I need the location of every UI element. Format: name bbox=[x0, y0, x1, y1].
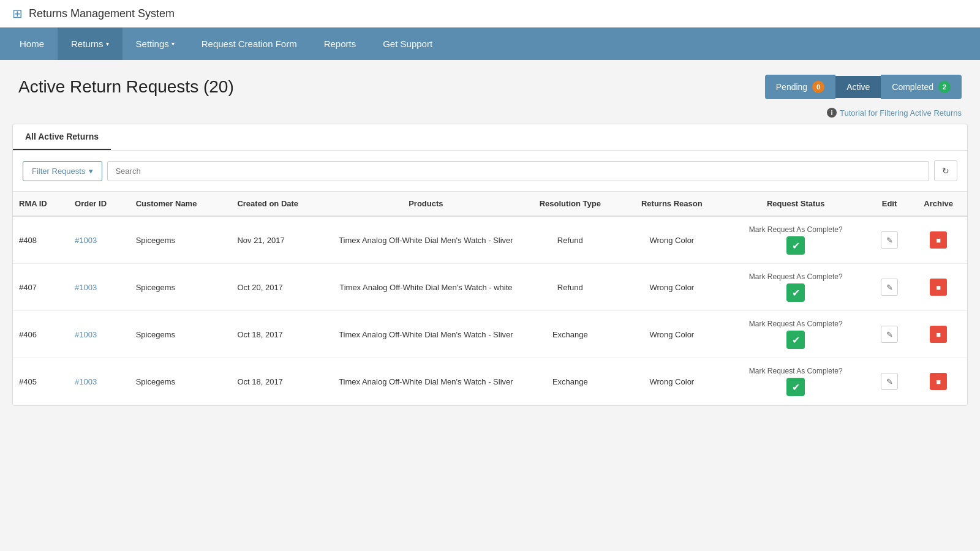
nav-label-returns: Returns bbox=[71, 39, 104, 49]
returns-dropdown-arrow: ▾ bbox=[106, 40, 109, 47]
nav-label-home: Home bbox=[20, 39, 44, 49]
main-nav: Home Returns ▾ Settings ▾ Request Creati… bbox=[0, 28, 980, 60]
order-link[interactable]: #1003 bbox=[75, 377, 97, 386]
edit-button[interactable]: ✎ bbox=[881, 373, 898, 390]
cell-archive: ■ bbox=[910, 264, 967, 311]
cell-request-status: Mark Request As Complete? ✔ bbox=[723, 311, 869, 358]
completed-badge: 2 bbox=[938, 81, 951, 93]
archive-button[interactable]: ■ bbox=[930, 279, 947, 296]
cell-customer-name: Spicegems bbox=[130, 216, 232, 264]
nav-label-get-support: Get Support bbox=[383, 39, 432, 49]
col-request-status: Request Status bbox=[723, 192, 869, 217]
cell-rma-id: #405 bbox=[13, 358, 69, 405]
archive-button[interactable]: ■ bbox=[930, 231, 947, 249]
tutorial-text[interactable]: Tutorial for Filtering Active Returns bbox=[840, 108, 962, 118]
edit-button[interactable]: ✎ bbox=[881, 326, 898, 343]
col-created-date: Created on Date bbox=[231, 192, 333, 217]
page-title: Active Return Requests (20) bbox=[18, 77, 234, 97]
status-text: Mark Request As Complete? bbox=[729, 367, 863, 375]
cell-customer-name: Spicegems bbox=[130, 264, 232, 311]
mark-complete-button[interactable]: ✔ bbox=[786, 236, 805, 255]
refresh-button[interactable]: ↻ bbox=[934, 160, 957, 181]
mark-complete-button[interactable]: ✔ bbox=[786, 283, 805, 302]
active-button[interactable]: Active bbox=[835, 76, 881, 98]
cell-resolution-type: Exchange bbox=[519, 311, 621, 358]
col-order-id: Order ID bbox=[69, 192, 130, 217]
cell-returns-reason: Wrong Color bbox=[621, 311, 723, 358]
archive-button[interactable]: ■ bbox=[930, 373, 947, 390]
status-text: Mark Request As Complete? bbox=[729, 272, 863, 281]
table-row: #405 #1003 Spicegems Oct 18, 2017 Timex … bbox=[13, 358, 967, 405]
filter-row: Filter Requests ▾ ↻ bbox=[13, 151, 967, 191]
main-content: All Active Returns Filter Requests ▾ ↻ R… bbox=[12, 124, 968, 406]
edit-button[interactable]: ✎ bbox=[881, 279, 898, 296]
nav-item-returns[interactable]: Returns ▾ bbox=[58, 28, 123, 60]
filter-dropdown-arrow: ▾ bbox=[89, 167, 93, 176]
header-buttons: Pending 0 Active Completed 2 bbox=[765, 75, 962, 99]
search-input[interactable] bbox=[107, 161, 929, 181]
cell-edit: ✎ bbox=[869, 264, 910, 311]
status-text: Mark Request As Complete? bbox=[729, 320, 863, 328]
order-link[interactable]: #1003 bbox=[75, 283, 97, 292]
mark-complete-button[interactable]: ✔ bbox=[786, 378, 805, 396]
tab-all-active-returns[interactable]: All Active Returns bbox=[13, 124, 111, 150]
cell-resolution-type: Exchange bbox=[519, 358, 621, 405]
col-edit: Edit bbox=[869, 192, 910, 217]
cell-returns-reason: Wrong Color bbox=[621, 216, 723, 264]
app-title: Returns Management System bbox=[29, 7, 175, 20]
completed-label: Completed bbox=[892, 82, 933, 92]
active-label: Active bbox=[846, 82, 870, 92]
col-returns-reason: Returns Reason bbox=[621, 192, 723, 217]
cell-rma-id: #408 bbox=[13, 216, 69, 264]
returns-table: RMA ID Order ID Customer Name Created on… bbox=[13, 191, 967, 405]
nav-label-request-creation-form: Request Creation Form bbox=[202, 39, 297, 49]
cell-product: Timex Analog Off-White Dial Men's Watch … bbox=[333, 264, 519, 311]
order-link[interactable]: #1003 bbox=[75, 236, 97, 245]
cell-returns-reason: Wrong Color bbox=[621, 358, 723, 405]
table-row: #407 #1003 Spicegems Oct 20, 2017 Timex … bbox=[13, 264, 967, 311]
nav-label-settings: Settings bbox=[136, 39, 169, 49]
filter-button[interactable]: Filter Requests ▾ bbox=[23, 161, 102, 181]
cell-edit: ✎ bbox=[869, 216, 910, 264]
cell-edit: ✎ bbox=[869, 311, 910, 358]
tab-row: All Active Returns bbox=[13, 124, 967, 151]
mark-complete-button[interactable]: ✔ bbox=[786, 331, 805, 349]
tab-label: All Active Returns bbox=[25, 132, 99, 141]
completed-button[interactable]: Completed 2 bbox=[881, 75, 962, 99]
pending-button[interactable]: Pending 0 bbox=[765, 75, 835, 99]
col-customer-name: Customer Name bbox=[130, 192, 232, 217]
edit-button[interactable]: ✎ bbox=[881, 231, 898, 249]
nav-item-reports[interactable]: Reports bbox=[311, 28, 370, 60]
settings-dropdown-arrow: ▾ bbox=[172, 40, 175, 47]
pending-badge: 0 bbox=[812, 81, 824, 93]
top-bar: ⊞ Returns Management System bbox=[0, 0, 980, 28]
cell-customer-name: Spicegems bbox=[130, 311, 232, 358]
cell-created-date: Oct 18, 2017 bbox=[231, 358, 333, 405]
cell-request-status: Mark Request As Complete? ✔ bbox=[723, 216, 869, 264]
cell-order-id: #1003 bbox=[69, 358, 130, 405]
cell-order-id: #1003 bbox=[69, 264, 130, 311]
cell-created-date: Oct 20, 2017 bbox=[231, 264, 333, 311]
nav-item-get-support[interactable]: Get Support bbox=[369, 28, 446, 60]
page-header: Active Return Requests (20) Pending 0 Ac… bbox=[0, 60, 980, 105]
refresh-icon: ↻ bbox=[942, 166, 949, 176]
archive-button[interactable]: ■ bbox=[930, 326, 947, 343]
col-products: Products bbox=[333, 192, 519, 217]
table-row: #408 #1003 Spicegems Nov 21, 2017 Timex … bbox=[13, 216, 967, 264]
nav-item-settings[interactable]: Settings ▾ bbox=[123, 28, 188, 60]
tutorial-row: i Tutorial for Filtering Active Returns bbox=[0, 105, 980, 124]
info-icon: i bbox=[827, 108, 837, 118]
cell-product: Timex Analog Off-White Dial Men's Watch … bbox=[333, 216, 519, 264]
nav-item-request-creation-form[interactable]: Request Creation Form bbox=[188, 28, 311, 60]
cell-rma-id: #407 bbox=[13, 264, 69, 311]
cell-order-id: #1003 bbox=[69, 216, 130, 264]
status-text: Mark Request As Complete? bbox=[729, 225, 863, 234]
cell-returns-reason: Wrong Color bbox=[621, 264, 723, 311]
cell-archive: ■ bbox=[910, 358, 967, 405]
col-rma-id: RMA ID bbox=[13, 192, 69, 217]
cell-order-id: #1003 bbox=[69, 311, 130, 358]
nav-item-home[interactable]: Home bbox=[6, 28, 58, 60]
logo-icon: ⊞ bbox=[12, 6, 23, 21]
order-link[interactable]: #1003 bbox=[75, 330, 97, 339]
cell-request-status: Mark Request As Complete? ✔ bbox=[723, 264, 869, 311]
